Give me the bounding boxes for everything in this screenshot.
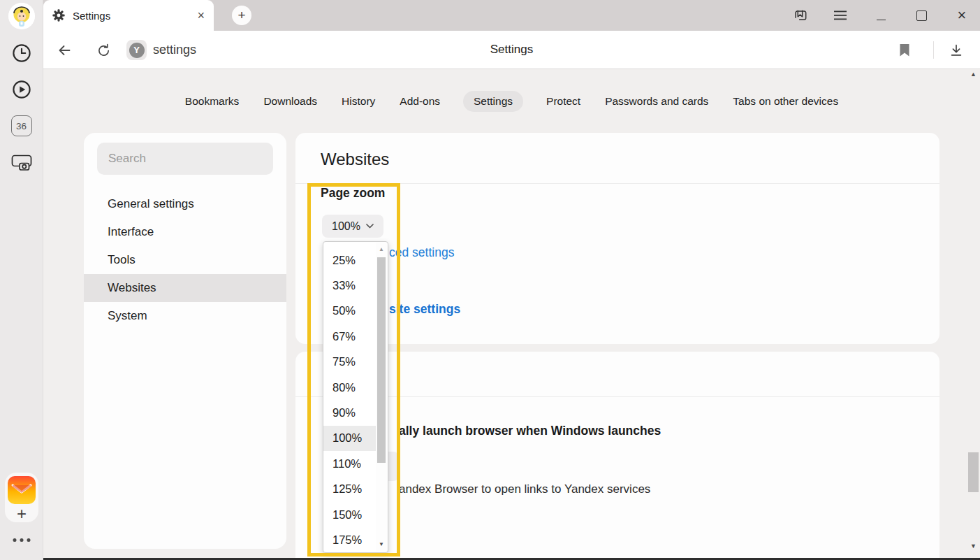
advanced-settings-link-fragment[interactable]: ced settings [389,245,454,260]
zoom-option[interactable]: 110% [323,451,376,476]
zoom-option-label: 67% [332,330,356,343]
dropdown-scroll-up-icon[interactable]: ▲ [379,246,384,252]
top-nav-tab[interactable]: Bookmarks [184,91,241,112]
tab-counter[interactable]: 36 [11,115,32,136]
top-nav-tab[interactable]: Tabs on other devices [731,91,840,112]
websites-card: Websites Page zoom 100% ced settings sit… [295,133,939,344]
new-tab-button[interactable]: + [232,6,251,25]
settings-nav-item-label: System [108,309,147,323]
top-nav-tab-label: Protect [546,95,580,107]
zoom-option-label: 125% [332,482,362,496]
yandex-mail-icon[interactable] [8,476,36,504]
zoom-option[interactable]: 125% [323,477,376,502]
card-divider [295,183,939,184]
tab-settings[interactable]: Settings × [43,0,214,31]
zoom-option-label: 33% [332,279,356,292]
media-play-icon[interactable] [11,79,32,100]
zoom-option-label: 80% [332,381,356,394]
search-input[interactable] [97,143,273,175]
settings-page: ▲ ▼ Bookmarks Downloads History Add-ons … [43,69,980,560]
tab-strip: Settings × + × [43,0,980,31]
settings-nav-item-label: General settings [108,197,194,211]
left-sidebar: 36 [0,0,43,560]
tab-title: Settings [73,10,110,22]
dropdown-scrollbar-thumb[interactable] [377,257,386,463]
zoom-option-label: 175% [332,533,362,547]
zoom-option[interactable]: 50% [323,299,376,324]
zoom-option[interactable]: 90% [323,400,376,425]
page-zoom-dropdown: 25% 33% 50% 67% 75% 80% 90% 100% [323,241,388,553]
settings-nav-item[interactable]: System [84,302,286,330]
zoom-option[interactable]: 25% [323,247,376,273]
top-nav-tab-label: Passwords and cards [605,95,708,107]
add-app-button[interactable]: + [17,505,27,522]
plus-icon: + [237,8,245,23]
zoom-option[interactable]: 175% [323,527,376,552]
next-section-card: ally launch browser when Windows launche… [295,352,939,560]
top-nav-tab-label: Downloads [263,95,317,107]
settings-nav-item[interactable]: General settings [84,190,286,218]
page-scroll-up-icon[interactable]: ▲ [970,71,977,78]
zoom-option[interactable]: 75% [323,350,376,375]
top-nav-tab[interactable]: Add-ons [398,91,441,112]
top-nav-tab[interactable]: History [340,91,376,112]
browser-window: 36 [0,0,980,560]
settings-nav-item-label: Tools [108,253,136,267]
dropdown-scroll-down-icon[interactable]: ▼ [379,541,384,547]
top-nav-tab-label: Bookmarks [185,95,240,107]
top-nav-tab-label: Add-ons [400,95,440,107]
zoom-option-label: 110% [332,457,361,471]
page-scrollbar-thumb[interactable] [968,452,979,492]
websites-section-title: Websites [321,150,389,169]
page-zoom-value: 100% [332,220,360,233]
zoom-option[interactable]: 80% [323,375,376,400]
zoom-option-label: 150% [332,508,362,522]
settings-nav-item[interactable]: Interface [84,218,286,246]
address-bar-url[interactable]: settings [153,43,196,57]
profile-avatar[interactable] [8,3,35,29]
settings-nav-item-label: Interface [108,225,154,239]
top-nav-tab[interactable]: Protect [545,91,582,112]
back-icon[interactable] [54,41,74,60]
bookmark-icon[interactable] [895,41,914,60]
page-zoom-select[interactable]: 100% [322,215,383,238]
settings-nav-item[interactable]: Websites [84,274,286,302]
zoom-option[interactable]: 100% [323,426,376,451]
dropdown-scrollbar[interactable]: ▲ ▼ [376,243,387,552]
minimize-button[interactable] [872,7,889,24]
close-button[interactable]: × [953,7,970,24]
tab-counter-value: 36 [16,121,27,131]
screenshot-icon[interactable] [10,152,33,173]
sidebar-more-button[interactable] [13,538,30,542]
top-nav-tab-label: Settings [474,95,513,107]
top-nav-tab[interactable]: Downloads [262,91,319,112]
page-zoom-label: Page zoom [321,186,385,201]
settings-nav-item-label: Websites [108,281,156,295]
top-nav-tab[interactable]: Settings [463,91,523,112]
tab-panel-icon[interactable] [791,7,808,24]
zoom-option-label: 25% [332,254,356,267]
maximize-button[interactable] [913,7,930,24]
zoom-option[interactable]: 67% [323,324,376,349]
zoom-option[interactable]: 33% [323,273,376,298]
reload-icon[interactable] [94,41,113,60]
menu-icon[interactable] [832,7,849,24]
download-icon[interactable] [946,41,966,60]
history-icon[interactable] [11,43,32,64]
zoom-option-label: 90% [332,406,356,419]
settings-nav-panel: General settings Interface Tools Website… [84,133,286,549]
site-badge[interactable]: Y [126,40,147,60]
card-divider [295,396,939,397]
tab-close-icon[interactable]: × [197,9,205,22]
settings-top-nav: Bookmarks Downloads History Add-ons Sett… [43,90,980,113]
page-scroll-down-icon[interactable]: ▼ [970,543,977,550]
top-nav-tab-label: History [342,95,375,107]
chevron-down-icon [366,224,374,229]
zoom-option-label: 50% [332,304,356,317]
zoom-option[interactable]: 150% [323,502,376,527]
window-controls: × [791,0,970,31]
toolbar: Y settings Settings [43,31,980,69]
settings-nav-item[interactable]: Tools [84,246,286,274]
site-settings-link-fragment[interactable]: site settings [389,302,460,317]
top-nav-tab[interactable]: Passwords and cards [604,91,710,112]
